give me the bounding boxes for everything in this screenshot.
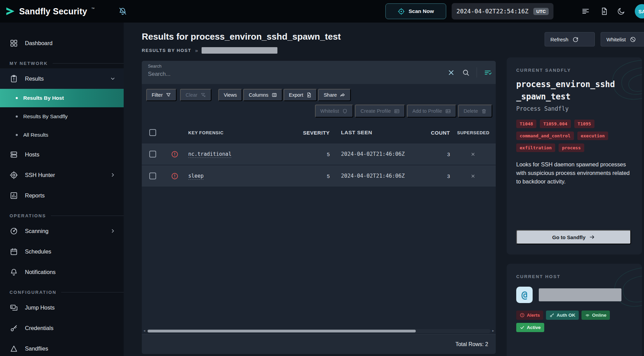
- superseded-x-icon: [470, 151, 476, 157]
- sidebar-label: All Results: [23, 132, 48, 138]
- sidebar-section-my-network: MY NETWORK: [0, 58, 124, 68]
- last-seen-value: 2024-04-02T21:46:06Z: [332, 173, 418, 179]
- forensic-link[interactable]: sleep: [188, 173, 204, 180]
- go-to-sandfly-button[interactable]: Go to Sandfly: [516, 230, 631, 244]
- alerts-badge[interactable]: Alerts: [516, 311, 543, 320]
- notifications-muted-icon[interactable]: [118, 7, 127, 16]
- scrollbar-thumb[interactable]: [148, 330, 416, 332]
- sandfly-description: Looks for SSH daemon spawned processes w…: [516, 160, 632, 186]
- sidebar-item-notifications[interactable]: Notifications: [0, 262, 124, 282]
- scan-now-button[interactable]: Scan Now: [385, 3, 446, 19]
- total-rows: Total Rows: 2: [455, 341, 488, 347]
- results-panel: Search: [142, 61, 496, 354]
- sidebar-label: Notifications: [25, 269, 56, 275]
- delete-button[interactable]: Delete: [458, 105, 492, 118]
- go-to-sandfly-label: Go to Sandfly: [552, 234, 586, 240]
- horizontal-scrollbar[interactable]: ◄ ►: [143, 328, 495, 333]
- alerts-label: Alerts: [527, 313, 540, 318]
- dark-mode-icon[interactable]: [617, 7, 625, 15]
- host-symbol: @: [521, 289, 527, 301]
- scrollbar-right-arrow-icon[interactable]: ►: [492, 329, 495, 332]
- sidebar-label: Schedules: [25, 248, 51, 255]
- whitelist-button[interactable]: Whitelist: [601, 32, 644, 46]
- active-badge: Active: [516, 323, 544, 332]
- refresh-button[interactable]: Refresh: [545, 32, 595, 46]
- severity-value: 5: [288, 151, 332, 157]
- results-icon: [10, 74, 18, 83]
- search-icon[interactable]: [462, 69, 470, 77]
- sidebar-item-credentials[interactable]: Credentials: [0, 318, 124, 338]
- signal-icon: [585, 313, 590, 318]
- user-avatar[interactable]: SA: [635, 4, 644, 18]
- scrollbar-left-arrow-icon[interactable]: ◄: [143, 329, 146, 332]
- avatar-initials: SA: [639, 9, 644, 14]
- refresh-label: Refresh: [550, 37, 568, 42]
- mitre-tag: T1048: [516, 120, 536, 128]
- sidebar-item-dashboard[interactable]: Dashboard: [0, 33, 124, 53]
- check-icon: [520, 325, 525, 330]
- sidebar-label: Results: [25, 76, 44, 82]
- sidebar-label: Results By Sandfly: [23, 113, 68, 120]
- chevron-right-icon: [109, 228, 116, 234]
- column-key-forensic: KEY FORENSIC: [186, 130, 288, 135]
- clear-filter-button[interactable]: Clear: [180, 89, 211, 101]
- sandfly-icon: [10, 344, 18, 353]
- sidebar-item-results-by-sandfly[interactable]: Results By Sandfly: [0, 107, 124, 126]
- whitelist-action-button[interactable]: Whitelist: [315, 105, 354, 118]
- online-badge: Online: [581, 311, 610, 320]
- app: Sandfly Security ™ Scan Now 2024-04-02T2…: [0, 0, 644, 356]
- sidebar-item-sandflies[interactable]: Sandflies: [0, 338, 124, 356]
- select-all-checkbox[interactable]: [149, 129, 156, 136]
- export-label: Export: [289, 92, 303, 98]
- search-bar: Search: [142, 61, 496, 84]
- row-checkbox[interactable]: [149, 151, 156, 158]
- breadcrumb-results-by-host[interactable]: RESULTS BY HOST: [142, 48, 191, 53]
- forensic-link[interactable]: nc.traditional: [188, 151, 231, 158]
- bullet-icon: [16, 115, 18, 118]
- hosts-icon: [10, 150, 18, 159]
- reports-icon: [10, 191, 18, 200]
- scrollbar-track[interactable]: [147, 329, 491, 333]
- share-button[interactable]: Share: [318, 89, 351, 101]
- sidebar-item-schedules[interactable]: Schedules: [0, 241, 124, 262]
- sidebar-label: Dashboard: [25, 40, 53, 46]
- search-input[interactable]: [148, 71, 408, 77]
- active-label: Active: [527, 325, 541, 330]
- sidebar-item-hosts[interactable]: Hosts: [0, 144, 124, 165]
- shield-icon: [342, 108, 348, 114]
- export-button[interactable]: Export: [284, 89, 317, 101]
- last-seen-value: 2024-04-02T21:46:06Z: [332, 151, 418, 157]
- funnel-icon: [166, 92, 171, 98]
- section-label: OPERATIONS: [10, 213, 46, 218]
- add-to-profile-button[interactable]: Add to Profile: [407, 105, 456, 118]
- sidebar-item-reports[interactable]: Reports: [0, 185, 124, 206]
- clear-search-icon[interactable]: [447, 69, 455, 77]
- filter-button[interactable]: Filter: [146, 89, 177, 101]
- row-checkbox[interactable]: [149, 173, 156, 179]
- sidebar-item-results-by-host[interactable]: Results By Host: [0, 89, 124, 107]
- superseded-x-icon: [470, 173, 476, 179]
- create-profile-button[interactable]: Create Profile: [355, 105, 405, 118]
- views-button[interactable]: Views: [218, 89, 242, 101]
- profile-card-icon: [394, 108, 400, 114]
- table-row: nc.traditional 5 2024-04-02T21:46:06Z 3: [142, 143, 496, 165]
- report-doc-icon[interactable]: [600, 7, 608, 15]
- sandfly-name: process_environ_sshd_spawn_test: [516, 78, 619, 103]
- filter-label: Filter: [152, 92, 163, 98]
- alert-icon: [171, 172, 179, 180]
- columns-button[interactable]: Columns: [243, 89, 282, 101]
- sidebar-item-jump-hosts[interactable]: Jump Hosts: [0, 297, 124, 318]
- chevron-right-icon: [109, 172, 116, 178]
- sidebar-item-all-results[interactable]: All Results: [0, 126, 124, 144]
- bell-icon: [10, 268, 18, 276]
- redacted-hostname: [539, 288, 621, 301]
- sidebar-item-ssh-hunter[interactable]: SSH Hunter: [0, 165, 124, 185]
- audit-log-icon[interactable]: [581, 7, 590, 15]
- sandfly-tags: T1048 T1059.004 T1095 command_and_contro…: [516, 120, 631, 152]
- trash-icon: [481, 108, 487, 114]
- advanced-filter-icon[interactable]: [484, 69, 492, 77]
- brand[interactable]: Sandfly Security ™: [5, 0, 95, 23]
- sidebar-item-scanning[interactable]: Scanning: [0, 221, 124, 241]
- sidebar-item-results[interactable]: Results: [0, 68, 124, 89]
- sandfly-logo-icon: [5, 6, 16, 16]
